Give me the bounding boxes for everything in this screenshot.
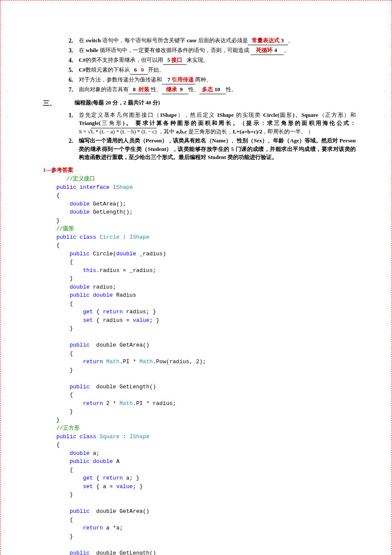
q-text: 面向对象的语言具有 8 封装 性、 继承 9 性、 多态 10 性。 — [79, 85, 356, 94]
document-page: 2. 在 switch 语句中，每个语句标号所含关键字 case 后面的表达式必… — [0, 0, 392, 555]
q-text: 在 while 循环语句中，一定要有修改循环条件的语句，否则，可能造成 死循环 … — [79, 46, 356, 55]
q-text: C#的类不支持多重继承，但可以用 5 接口 来实现。 — [79, 56, 356, 65]
formula-line: S = √L * (L − a) * (L − b) * (L − c) ，其中… — [79, 127, 356, 136]
q-number: 5. — [69, 66, 79, 75]
q-number: 2. — [69, 136, 79, 162]
prog-question-2: 2. 编写出一个通用的人员类（Person），该类具有姓名（Name）、性别（S… — [69, 136, 356, 162]
blank-4: 死循环 4 — [251, 46, 284, 55]
answer-header: 1---参考答案 — [43, 166, 356, 174]
q-number: 2. — [69, 36, 79, 45]
blank-3: 常量表达式 3 — [248, 36, 288, 45]
question-6: 6. 对于方法，参数传递分为值传递和 7 引用传递 两种。 — [69, 75, 356, 84]
question-7: 7. 面向对象的语言具有 8 封装 性、 继承 9 性、 多态 10 性。 — [69, 85, 356, 94]
q-text: 在 switch 语句中，每个语句标号所含关键字 case 后面的表达式必须是 … — [79, 36, 356, 45]
q-text: 编写出一个通用的人员类（Person），该类具有姓名（Name）、性别（Sex）… — [79, 136, 356, 162]
question-2: 2. 在 switch 语句中，每个语句标号所含关键字 case 后面的表达式必… — [69, 36, 356, 45]
blank-5: 5 接口 — [163, 56, 187, 65]
q-text: 首先定义基本几何图形接口（IShape），然后定义 IShape 的实现类 Ci… — [79, 111, 356, 136]
q-text: C#数组元素的下标从 6 0 开始。 — [79, 66, 356, 75]
blank-7: 7 引用传递 — [162, 75, 195, 84]
code-block: //定义接口 public interface IShape { double … — [43, 174, 356, 555]
section-number: 三、 — [43, 98, 75, 108]
q-number: 3. — [69, 46, 79, 55]
blank-10: 多态 10 — [199, 85, 226, 94]
question-5: 5. C#数组元素的下标从 6 0 开始。 — [69, 66, 356, 75]
question-4: 4. C#的类不支持多重继承，但可以用 5 接口 来实现。 — [69, 56, 356, 65]
q-text: 对于方法，参数传递分为值传递和 7 引用传递 两种。 — [79, 75, 356, 84]
section-3-header: 三、 编程题(每题 20 分，2 题共计 40 分) — [43, 98, 356, 108]
blank-8: 8 封装 — [129, 85, 151, 94]
section-title: 编程题(每题 20 分，2 题共计 40 分) — [75, 98, 160, 108]
prog-question-1: 1. 首先定义基本几何图形接口（IShape），然后定义 IShape 的实现类… — [69, 111, 356, 136]
q-number: 4. — [69, 56, 79, 65]
question-3: 3. 在 while 循环语句中，一定要有修改循环条件的语句，否则，可能造成 死… — [69, 46, 356, 55]
q-number: 7. — [69, 85, 79, 94]
blank-9: 继承 9 — [162, 85, 188, 94]
q-number: 6. — [69, 75, 79, 84]
q-number: 1. — [69, 111, 79, 136]
programming-questions: 1. 首先定义基本几何图形接口（IShape），然后定义 IShape 的实现类… — [69, 111, 356, 162]
fill-blank-list: 2. 在 switch 语句中，每个语句标号所含关键字 case 后面的表达式必… — [69, 36, 356, 94]
blank-6: 6 0 — [130, 66, 148, 75]
